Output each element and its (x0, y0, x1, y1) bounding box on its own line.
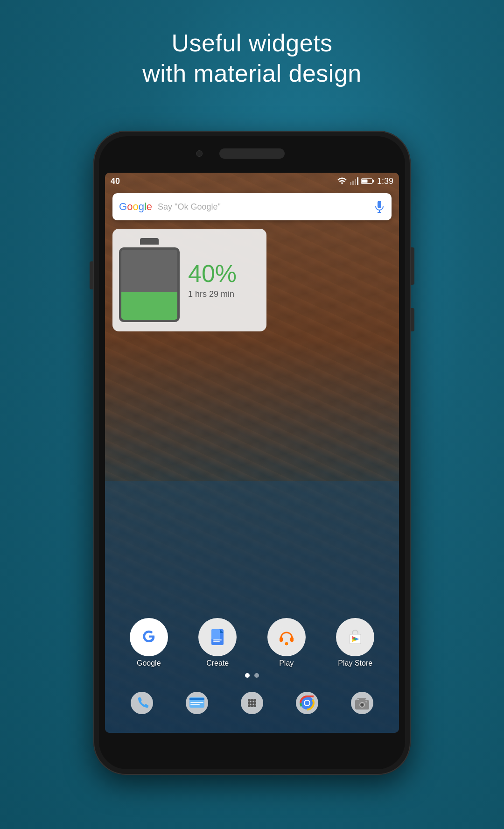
svg-rect-1 (352, 181, 354, 185)
google-app-label: Google (137, 659, 161, 667)
status-bar: 40 (105, 173, 399, 190)
app-create[interactable]: Create (198, 618, 237, 667)
battery-info: 40% 1 hrs 29 min (184, 257, 266, 304)
svg-rect-29 (190, 702, 203, 703)
svg-point-37 (253, 702, 256, 704)
status-right: 1:39 (337, 176, 393, 186)
create-app-icon[interactable] (198, 618, 237, 656)
dock-phone[interactable] (125, 686, 159, 720)
header-text: Useful widgets with material design (0, 28, 504, 89)
svg-point-51 (365, 701, 367, 703)
phone-shell: 40 (93, 131, 411, 775)
app-playstore[interactable]: Play Store (336, 618, 374, 667)
dock-all-apps[interactable] (235, 686, 269, 720)
google-logo: Google (119, 201, 152, 213)
svg-rect-3 (357, 177, 358, 185)
wifi-icon (337, 177, 347, 185)
playstore-app-label: Play Store (338, 659, 372, 667)
svg-point-34 (253, 699, 256, 702)
svg-rect-13 (213, 639, 222, 640)
header-line1: Useful widgets (0, 28, 504, 58)
svg-rect-11 (211, 629, 220, 639)
battery-fill (121, 292, 177, 320)
app-play[interactable]: Play (267, 618, 306, 667)
battery-empty-area (121, 250, 177, 292)
svg-point-39 (251, 704, 253, 707)
phone-device: 40 (93, 131, 411, 775)
app-google[interactable]: Google (130, 618, 168, 667)
dock-camera[interactable] (345, 686, 379, 720)
svg-rect-7 (378, 201, 381, 208)
svg-marker-47 (358, 698, 366, 700)
svg-rect-17 (290, 637, 294, 642)
battery-tip (140, 238, 159, 245)
play-app-label: Play (279, 659, 294, 667)
svg-point-44 (305, 701, 309, 705)
front-camera (196, 150, 203, 157)
google-app-icon[interactable] (130, 618, 168, 656)
svg-point-33 (251, 699, 253, 702)
svg-point-32 (248, 699, 251, 702)
svg-rect-0 (350, 182, 351, 185)
svg-point-18 (285, 642, 288, 645)
playstore-app-icon[interactable] (336, 618, 374, 656)
volume-left-button (90, 261, 93, 289)
phone-screen: 40 (105, 173, 399, 733)
speaker-grill (219, 148, 285, 159)
page-dot-1[interactable] (245, 673, 250, 678)
svg-rect-14 (213, 641, 220, 642)
svg-rect-30 (190, 704, 200, 705)
google-search-bar[interactable]: Google Say "Ok Google" (112, 193, 392, 220)
svg-rect-28 (189, 698, 204, 700)
battery-percent: 40% (188, 261, 263, 286)
svg-point-36 (251, 702, 253, 704)
page-dot-2[interactable] (254, 673, 259, 678)
svg-point-50 (361, 704, 363, 706)
battery-status-icon (361, 178, 374, 184)
search-hint: Say "Ok Google" (158, 202, 374, 212)
battery-icon-large (119, 238, 180, 322)
dock-chrome[interactable] (290, 686, 324, 720)
battery-body (119, 247, 180, 322)
play-app-icon[interactable] (267, 618, 306, 656)
svg-rect-5 (362, 180, 367, 183)
battery-time: 1 hrs 29 min (188, 289, 263, 299)
power-button (411, 308, 414, 331)
signal-strength: 40 (111, 176, 120, 186)
apps-grid: Google Create (105, 618, 399, 667)
header-line2: with material design (0, 58, 504, 89)
time-display: 1:39 (377, 176, 393, 186)
svg-rect-6 (372, 180, 374, 183)
volume-button (411, 247, 414, 285)
svg-point-35 (248, 702, 251, 704)
page-dots (105, 673, 399, 678)
svg-point-38 (248, 704, 251, 707)
svg-rect-16 (280, 637, 283, 642)
battery-widget[interactable]: 40% 1 hrs 29 min (112, 229, 266, 331)
svg-point-40 (253, 704, 256, 707)
microphone-icon[interactable] (374, 201, 385, 212)
dock-messages[interactable] (180, 686, 214, 720)
svg-rect-2 (355, 179, 356, 185)
create-app-label: Create (206, 659, 229, 667)
dock (105, 681, 399, 725)
signal-icon (350, 177, 358, 185)
